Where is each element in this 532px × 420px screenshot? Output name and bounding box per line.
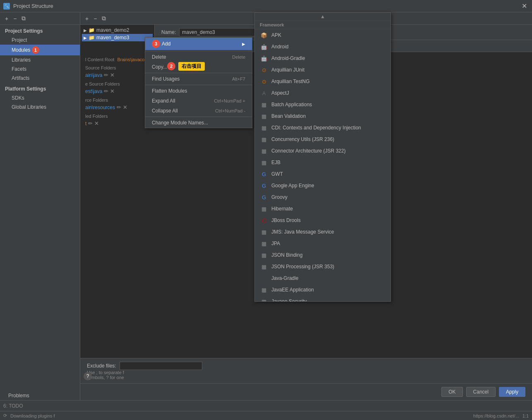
context-menu-delete[interactable]: Delete Delete (145, 52, 252, 62)
tree-item-maven-demo2[interactable]: ▶ 📁 maven_demo2 (82, 26, 153, 34)
framework-item-javaee-security[interactable]: ▦Javaee Security (255, 296, 391, 302)
framework-icon-connector: ▦ (260, 147, 268, 155)
help-button[interactable]: ? (84, 372, 92, 380)
framework-item-android-gradle[interactable]: 🤖Android-Gradle (255, 52, 391, 64)
sidebar-item-modules[interactable]: Modules 1 (0, 45, 80, 55)
test-remove-btn[interactable]: ✕ (110, 88, 115, 94)
sidebar-item-problems[interactable]: Problems (0, 391, 80, 400)
status-right: https://blog.csdn.net/... 1:1 (473, 413, 529, 418)
expand-all-label: Expand All (152, 98, 175, 104)
context-menu-find-usages[interactable]: Find Usages Alt+F7 (145, 74, 252, 84)
framework-item-json-processing[interactable]: ▦JSON Processing (JSR 353) (255, 261, 391, 272)
context-menu-collapse-all[interactable]: Collapse All Ctrl+NumPad - (145, 106, 252, 116)
framework-label-groovy: Groovy (271, 194, 288, 200)
framework-item-apk[interactable]: 📦APK (255, 29, 391, 41)
exclude-hint1: Use ; to separate f (87, 370, 525, 375)
framework-item-concurrency[interactable]: ▦Concurrency Utils (JSR 236) (255, 134, 391, 145)
sidebar-item-artifacts[interactable]: Artifacts (0, 74, 80, 83)
tree-item-maven-demo3[interactable]: ▶ 📁 maven_demo3 (82, 34, 153, 41)
app-icon: 🔧 (3, 3, 10, 10)
framework-icon-java-gradle (260, 274, 268, 282)
add-btn[interactable]: + (3, 14, 10, 23)
cancel-button[interactable]: Cancel (466, 387, 496, 397)
framework-item-json-binding[interactable]: ▦JSON Binding (255, 249, 391, 261)
module-label2: maven_demo3 (96, 35, 129, 41)
exclude-input[interactable] (120, 362, 202, 370)
context-menu-add[interactable]: 3 Add ▶ (145, 38, 252, 50)
scroll-up[interactable]: ▲ (255, 13, 391, 21)
framework-item-groovy[interactable]: GGroovy (255, 191, 391, 203)
change-names-label: Change Module Names... (152, 120, 208, 126)
context-menu-expand-all[interactable]: Expand All Ctrl+NumPad + (145, 96, 252, 106)
resource-path: ain\resources (85, 105, 115, 110)
context-menu-flatten[interactable]: Flatten Modules (145, 86, 252, 96)
framework-item-jms[interactable]: ▦JMS: Java Message Service (255, 226, 391, 238)
framework-item-gwt[interactable]: GGWT (255, 168, 391, 180)
add-module-btn[interactable]: + (84, 14, 90, 23)
framework-icon-javaee-security: ▦ (260, 297, 268, 302)
sidebar-item-libraries[interactable]: Libraries (0, 55, 80, 64)
source-edit-btn[interactable]: ✏ (104, 72, 108, 78)
framework-label-json-binding: JSON Binding (271, 252, 302, 258)
remove-module-btn[interactable]: − (92, 14, 98, 23)
framework-item-cdi[interactable]: ▦CDI: Contexts and Dependency Injection (255, 122, 391, 134)
resource-edit-btn[interactable]: ✏ (117, 104, 121, 110)
framework-item-connector[interactable]: ▦Connector Architecture (JSR 322) (255, 145, 391, 157)
close-button[interactable]: ✕ (520, 2, 529, 10)
framework-item-arquillian-testng[interactable]: ⊙Arquillian TestNG (255, 76, 391, 87)
framework-item-jpa[interactable]: ▦JPA (255, 238, 391, 249)
framework-icon-json-binding: ▦ (260, 251, 268, 259)
framework-icon-arquillian-testng: ⊙ (260, 77, 268, 86)
copy-btn[interactable]: ⧉ (20, 14, 27, 23)
excluded-remove-btn[interactable]: ✕ (94, 120, 99, 126)
framework-item-gae[interactable]: GGoogle App Engine (255, 180, 391, 191)
framework-item-javaee[interactable]: ▦JavaEE Application (255, 284, 391, 296)
framework-item-aspectj[interactable]: AAspectJ (255, 87, 391, 99)
framework-item-hibernate[interactable]: ▦Hibernate (255, 203, 391, 215)
framework-item-java-gradle[interactable]: Java-Gradle (255, 272, 391, 284)
framework-icon-aspectj: A (260, 89, 268, 97)
framework-item-arquillian-junit[interactable]: ⊙Arquillian JUnit (255, 64, 391, 76)
framework-items-container: 📦APK🤖Android🤖Android-Gradle⊙Arquillian J… (255, 29, 391, 302)
copy-module-btn[interactable]: ⧉ (100, 14, 108, 23)
test-path: est\java (85, 88, 102, 94)
dialog-buttons: OK Cancel Apply (80, 383, 532, 400)
framework-label-javaee-security: Javaee Security (271, 298, 307, 302)
framework-item-android[interactable]: 🤖Android (255, 41, 391, 52)
downloading-text: Downloading plugins f (10, 413, 55, 418)
framework-item-ejb[interactable]: ▦EJB (255, 157, 391, 168)
copy-label: Copy... (152, 64, 167, 70)
sidebar-item-sdks[interactable]: SDKs (0, 93, 80, 103)
sidebar-item-global-libraries[interactable]: Global Libraries (0, 103, 80, 112)
add-arrow-icon: ▶ (242, 42, 245, 46)
framework-label-arquillian-junit: Arquillian JUnit (271, 67, 304, 73)
excluded-edit-btn[interactable]: ✏ (88, 120, 93, 126)
main-window: 🔧 Project Structure ✕ + − ⧉ Project Sett… (0, 0, 532, 420)
framework-item-bean-validation[interactable]: ▦Bean Validation (255, 110, 391, 122)
exclude-label: Exclude files: (87, 363, 116, 369)
separator3 (145, 85, 252, 85)
separator1 (145, 51, 252, 51)
framework-label-cdi: CDI: Contexts and Dependency Injection (271, 125, 361, 131)
framework-icon-javaee: ▦ (260, 286, 268, 294)
framework-icon-json-processing: ▦ (260, 262, 268, 271)
context-menu-change-names[interactable]: Change Module Names... (145, 118, 252, 128)
framework-icon-jpa: ▦ (260, 239, 268, 248)
platform-settings-label: Platform Settings (0, 83, 80, 93)
ok-button[interactable]: OK (441, 387, 463, 397)
source-remove-btn[interactable]: ✕ (110, 72, 115, 78)
framework-icon-batch: ▦ (260, 100, 268, 109)
framework-label-json-processing: JSON Processing (JSR 353) (271, 264, 334, 270)
test-edit-btn[interactable]: ✏ (104, 88, 108, 94)
expand-icon: ▶ (84, 28, 87, 33)
sidebar-item-facets[interactable]: Facets (0, 64, 80, 74)
exclude-bar: Exclude files: Use ; to separate f symbo… (80, 358, 532, 383)
framework-label-javaee: JavaEE Application (271, 287, 314, 293)
resource-remove-btn[interactable]: ✕ (123, 104, 127, 110)
apply-button[interactable]: Apply (499, 387, 525, 397)
name-input[interactable] (179, 28, 262, 36)
framework-item-batch[interactable]: ▦Batch Applications (255, 99, 391, 110)
remove-btn[interactable]: − (12, 14, 18, 23)
framework-item-jboss-drools[interactable]: ⬡JBoss Drools (255, 215, 391, 226)
sidebar-item-project[interactable]: Project (0, 36, 80, 45)
